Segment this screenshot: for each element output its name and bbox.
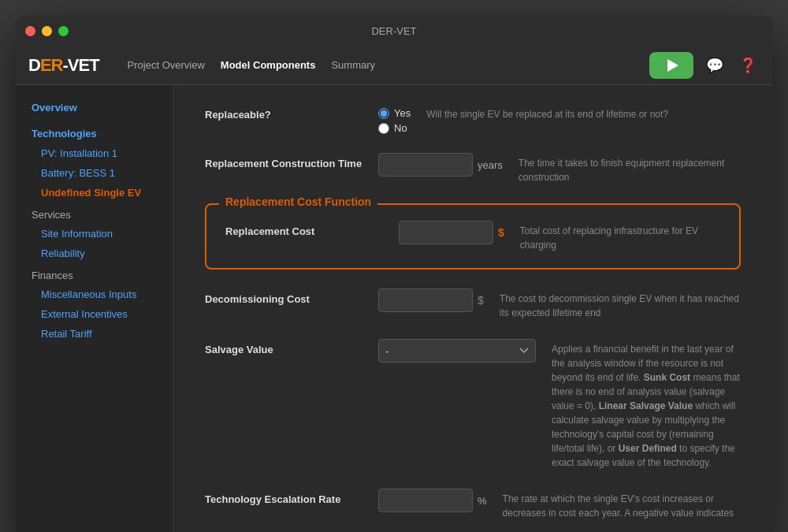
sidebar-item-services: Services (16, 203, 173, 224)
salvage-value-select[interactable]: - Sunk Cost Linear Salvage Value User De… (378, 339, 536, 363)
cost-function-box: Replacement Cost Function Replacement Co… (205, 203, 741, 270)
yes-radio[interactable] (378, 108, 389, 119)
nav-model-components[interactable]: Model Components (221, 56, 316, 74)
tech-escalation-unit: % (478, 495, 487, 507)
sidebar-item-reliability[interactable]: Reliability (16, 244, 173, 263)
decomm-cost-desc: The cost to decommission single EV when … (500, 288, 741, 320)
decomm-cost-dollar: $ (478, 294, 484, 307)
no-label: No (394, 122, 407, 134)
sidebar-item-site-information[interactable]: Site Information (16, 224, 173, 244)
content-area: Replaceable? Yes No Will the single EV b… (173, 85, 772, 532)
logo-text: DER-VET (28, 55, 99, 76)
main-layout: Overview Technologies PV: Installation 1… (16, 85, 772, 532)
nav-project-overview[interactable]: Project Overview (128, 56, 205, 74)
yes-label: Yes (394, 107, 411, 119)
sidebar-item-retail-tariff[interactable]: Retail Tariff (16, 324, 173, 344)
tech-escalation-input[interactable] (378, 489, 473, 512)
app-window: DER-VET DER-VET Project Overview Model C… (16, 16, 772, 532)
salvage-value-select-wrapper: - Sunk Cost Linear Salvage Value User De… (378, 339, 536, 363)
play-icon (667, 59, 678, 72)
tech-escalation-input-group: % (378, 489, 487, 512)
replaceable-row: Replaceable? Yes No Will the single EV b… (205, 104, 741, 134)
salvage-value-desc: Applies a financial benefit in the last … (552, 339, 741, 470)
replacement-cost-row: Replacement Cost $ Total cost of replaci… (225, 221, 720, 252)
replacement-cost-dollar: $ (498, 226, 504, 239)
replacement-cost-control: $ (399, 221, 504, 244)
tech-escalation-label: Technology Escalation Rate (205, 489, 362, 505)
tech-escalation-row: Technology Escalation Rate % The rate at… (205, 489, 741, 520)
tech-escalation-desc: The rate at which the single EV's cost i… (503, 489, 741, 520)
decomm-cost-input[interactable] (378, 288, 473, 312)
decomm-cost-control: $ (378, 288, 484, 312)
traffic-lights (25, 26, 69, 36)
sidebar-item-overview[interactable]: Overview (16, 98, 173, 117)
salvage-value-control: - Sunk Cost Linear Salvage Value User De… (378, 339, 536, 363)
header: DER-VET Project Overview Model Component… (16, 46, 772, 85)
salvage-value-label: Salvage Value (205, 339, 362, 355)
maximize-button[interactable] (58, 26, 69, 36)
tech-escalation-control: % (378, 489, 487, 512)
replacement-cost-desc: Total cost of replacing infrastructure f… (520, 221, 720, 252)
sidebar-item-battery[interactable]: Battery: BESS 1 (16, 163, 173, 183)
replacement-time-control: years (378, 153, 503, 177)
sidebar: Overview Technologies PV: Installation 1… (16, 85, 173, 532)
header-actions: 💬 ❓ (649, 52, 760, 79)
minimize-button[interactable] (42, 26, 52, 36)
sidebar-item-pv[interactable]: PV: Installation 1 (16, 143, 173, 163)
decomm-cost-row: Decomissioning Cost $ The cost to decomm… (205, 288, 741, 320)
nav-summary[interactable]: Summary (331, 56, 375, 74)
sidebar-item-finances: Finances (16, 263, 173, 285)
logo: DER-VET (28, 55, 99, 76)
nav-links: Project Overview Model Components Summar… (128, 56, 630, 74)
no-radio[interactable] (378, 123, 389, 134)
decomm-cost-label: Decomissioning Cost (205, 288, 362, 305)
yes-radio-option[interactable]: Yes (378, 107, 411, 119)
cost-function-title: Replacement Cost Function (219, 195, 377, 208)
replacement-time-input-group: years (378, 153, 503, 177)
replacement-time-row: Replacement Construction Time years The … (205, 153, 741, 184)
replacement-time-unit: years (478, 159, 503, 171)
chat-button[interactable]: 💬 (703, 54, 727, 77)
sidebar-item-ev[interactable]: Undefined Single EV (16, 183, 173, 203)
replacement-time-label: Replacement Construction Time (205, 153, 362, 169)
replaceable-label: Replaceable? (205, 104, 362, 121)
sidebar-item-external-incentives[interactable]: External Incentives (16, 304, 173, 324)
replacement-cost-label: Replacement Cost (225, 221, 383, 237)
close-button[interactable] (25, 26, 35, 36)
no-radio-option[interactable]: No (378, 122, 411, 134)
titlebar: DER-VET (16, 16, 772, 46)
sidebar-item-technologies[interactable]: Technologies (16, 124, 173, 143)
decomm-cost-input-group: $ (378, 288, 484, 312)
help-button[interactable]: ❓ (736, 54, 760, 77)
replaceable-control: Yes No (378, 104, 411, 134)
sidebar-item-misc-inputs[interactable]: Miscellaneous Inputs (16, 285, 173, 304)
replaceable-desc: Will the single EV be replaced at its en… (426, 104, 741, 121)
run-button[interactable] (649, 52, 693, 79)
window-title: DER-VET (371, 25, 416, 37)
replacement-cost-input-group: $ (399, 221, 504, 244)
salvage-value-row: Salvage Value - Sunk Cost Linear Salvage… (205, 339, 741, 470)
replacement-time-input[interactable] (378, 153, 473, 177)
replacement-cost-input[interactable] (399, 221, 493, 244)
replacement-time-desc: The time it takes to finish equipment re… (519, 153, 741, 184)
